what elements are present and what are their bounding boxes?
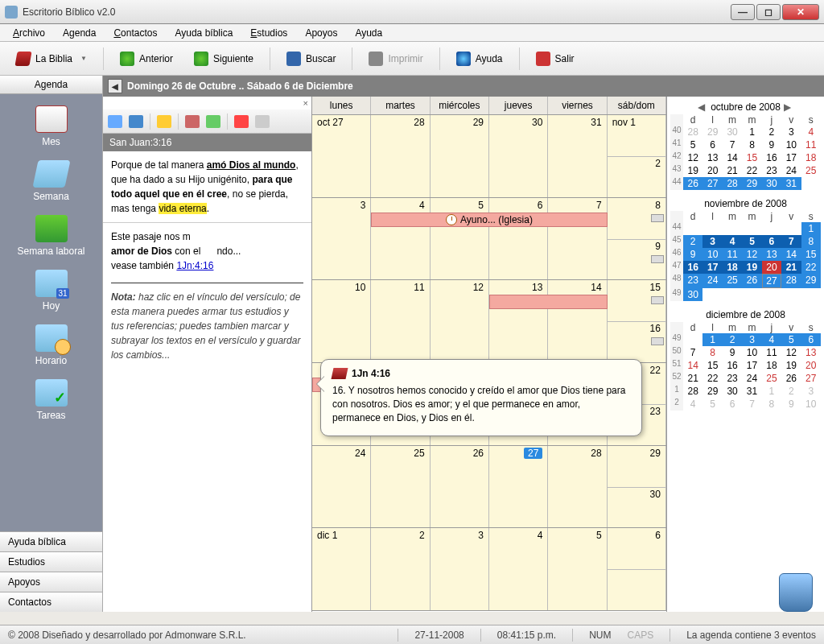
verse-note: Nota: haz clic en el vínculo del versícu… <box>103 290 311 369</box>
calendar-cell-weekend[interactable]: 89 <box>608 198 666 280</box>
calendar-cell-weekend[interactable]: 1516 <box>608 280 666 362</box>
calendar-event[interactable]: Ayuno... (Iglesia) <box>371 213 607 227</box>
verse-tooltip: 1Jn 4:16 16. Y nosotros hemos conocido y… <box>320 359 642 436</box>
verse-tool-5-icon[interactable] <box>206 115 220 128</box>
calendar-cell[interactable]: 27 <box>489 446 548 528</box>
calendar-cell[interactable]: 3 <box>312 198 371 280</box>
calendar-cell[interactable]: 11 <box>371 280 430 362</box>
tooltip-ref: 1Jn 4:16 <box>352 368 390 379</box>
menu-apoyos[interactable]: Apoyos <box>297 26 345 40</box>
sidebar-tab-ayuda-biblica[interactable]: Ayuda bíblica <box>0 531 102 551</box>
sidebar-item-hoy[interactable]: Hoy <box>0 263 102 318</box>
today-icon <box>35 270 68 297</box>
sidebar-header: Agenda <box>0 76 102 94</box>
app-icon <box>5 6 18 19</box>
heart-icon[interactable] <box>234 115 249 128</box>
menubar: Archivo Agenda Contactos Ayuda bíblica E… <box>0 24 824 42</box>
close-button[interactable]: ✕ <box>782 4 819 20</box>
calendar-cell[interactable]: 2 <box>371 528 430 610</box>
calendar-cell[interactable]: 10 <box>312 280 371 362</box>
calendar-cell[interactable]: 4 <box>489 528 548 610</box>
menu-agenda[interactable]: Agenda <box>55 26 104 40</box>
verse-tool-4-icon[interactable] <box>185 115 200 128</box>
calendar-cell[interactable]: 28 <box>371 115 430 197</box>
calendar-cell[interactable]: 13 <box>489 280 548 362</box>
tooltip-text: 16. Y nosotros hemos conocido y creído e… <box>332 384 630 424</box>
exit-button[interactable]: Salir <box>528 48 583 69</box>
bible-dropdown[interactable]: La Biblia <box>8 48 95 69</box>
forward-button[interactable]: Siguiente <box>186 48 262 69</box>
exit-icon <box>536 52 550 66</box>
calendar-cell[interactable]: 12 <box>431 280 489 362</box>
calendar-cell[interactable]: 29 <box>431 115 489 197</box>
search-button[interactable]: Buscar <box>278 48 344 69</box>
week-icon <box>32 160 70 188</box>
help-button[interactable]: Ayuda <box>448 48 511 69</box>
date-range-bar: ◀ Domingo 26 de Octubre .. Sábado 6 de D… <box>103 76 824 97</box>
calendar-cell[interactable]: dic 1 <box>312 528 371 610</box>
calendar-cell[interactable]: 6 <box>489 198 548 280</box>
calendar-cell[interactable]: 24 <box>312 446 371 528</box>
calendar-cell-weekend[interactable]: nov 12 <box>608 115 666 197</box>
verse-tool-1-icon[interactable] <box>108 115 122 128</box>
statusbar: © 2008 Diseñado y desarrollado por Admon… <box>0 625 824 644</box>
back-button[interactable]: Anterior <box>112 48 181 69</box>
verse-tool-2-icon[interactable] <box>129 115 143 128</box>
sidebar-item-semana[interactable]: Semana <box>0 154 102 208</box>
sidebar-item-mes[interactable]: Mes <box>0 99 102 154</box>
calendar-cell[interactable]: 4 <box>371 198 430 280</box>
verse-panel-close[interactable]: × <box>303 98 308 108</box>
calendar-cell[interactable]: 25 <box>371 446 430 528</box>
calendar-cell[interactable]: 5 <box>431 198 489 280</box>
status-date: 27-11-2008 <box>414 630 464 641</box>
sidebar: Agenda Mes Semana Semana laboral Hoy Hor… <box>0 76 103 612</box>
calendar-icon <box>35 105 68 133</box>
workweek-icon <box>35 215 68 242</box>
maximize-button[interactable]: ◻ <box>756 4 781 20</box>
schedule-icon <box>35 324 68 352</box>
calendar-event[interactable] <box>489 295 608 309</box>
book-icon <box>14 52 31 66</box>
calendar-cell-weekend[interactable]: 6 <box>608 528 666 610</box>
sidebar-item-horario[interactable]: Horario <box>0 318 102 373</box>
verse-tool-7-icon[interactable] <box>255 115 270 128</box>
col-viernes: viernes <box>548 97 607 114</box>
sidebar-tab-estudios[interactable]: Estudios <box>0 551 102 572</box>
minical-dic[interactable]: diciembre de 2008 dlmmjvs491234565078910… <box>670 308 821 411</box>
calendar-cell[interactable]: 3 <box>431 528 489 610</box>
calendar-cell[interactable]: 31 <box>548 115 607 197</box>
sidebar-item-tareas[interactable]: Tareas <box>0 373 102 427</box>
sidebar-item-semana-laboral[interactable]: Semana laboral <box>0 208 102 263</box>
minimize-button[interactable]: — <box>731 4 755 20</box>
help-icon <box>456 52 471 66</box>
trash-icon[interactable] <box>779 573 813 612</box>
calendar-cell[interactable]: 30 <box>489 115 548 197</box>
status-time: 08:41:15 p.m. <box>497 630 556 641</box>
minical-prev[interactable]: ◀ <box>698 101 707 113</box>
minical-oct[interactable]: ◀octubre de 2008▶ dlmmjvs402829301234415… <box>670 100 821 190</box>
verse-toolbar <box>103 109 311 134</box>
minical-next[interactable]: ▶ <box>784 101 793 113</box>
titlebar: Escritorio Bíblico v2.0 — ◻ ✕ <box>0 0 824 24</box>
menu-ayuda[interactable]: Ayuda <box>347 26 390 40</box>
calendar-cell[interactable]: oct 27 <box>312 115 371 197</box>
calendar-cell-weekend[interactable]: 2930 <box>608 446 666 528</box>
menu-archivo[interactable]: Archivo <box>5 26 53 40</box>
verse-tool-3-icon[interactable] <box>157 115 171 128</box>
calendar-cell[interactable]: 5 <box>548 528 607 610</box>
date-range-text: Domingo 26 de Octubre .. Sábado 6 de Dic… <box>127 80 353 92</box>
menu-estudios[interactable]: Estudios <box>242 26 295 40</box>
calendar-cell[interactable]: 14 <box>548 280 607 362</box>
verse-passage: Este pasaje nos mamor de Dios con el ndo… <box>103 222 311 279</box>
print-button[interactable]: Imprimir <box>360 48 431 69</box>
sidebar-tab-apoyos[interactable]: Apoyos <box>0 572 102 592</box>
calendar-cell[interactable]: 26 <box>431 446 489 528</box>
tasks-icon <box>35 379 68 407</box>
minical-nov[interactable]: noviembre de 2008 dlmmjvs441452345678469… <box>670 196 821 301</box>
calendar-cell[interactable]: 7 <box>548 198 607 280</box>
sidebar-tab-contactos[interactable]: Contactos <box>0 592 102 612</box>
calendar-cell[interactable]: 28 <box>548 446 607 528</box>
menu-contactos[interactable]: Contactos <box>105 26 165 40</box>
menu-ayuda-biblica[interactable]: Ayuda bíblica <box>167 26 241 40</box>
date-prev-button[interactable]: ◀ <box>108 79 122 93</box>
